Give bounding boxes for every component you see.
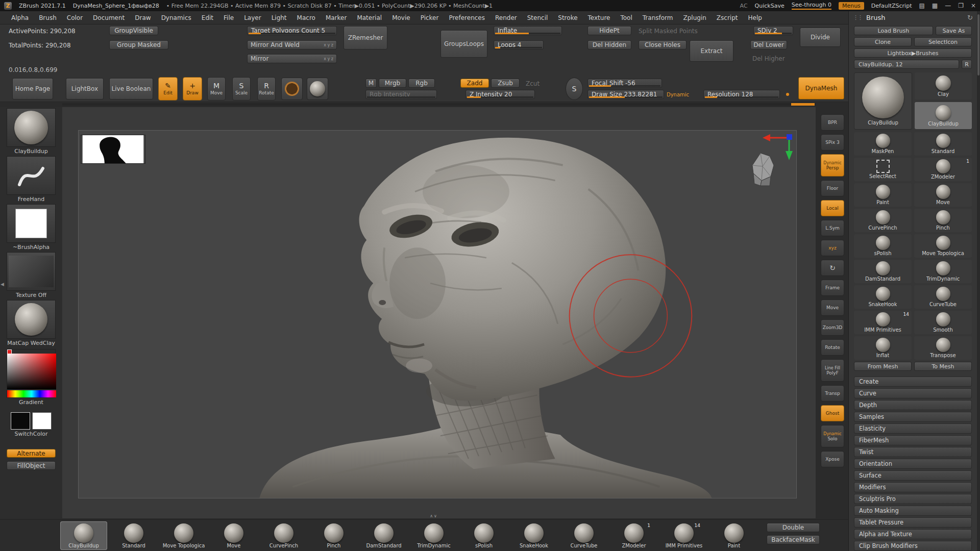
- menu-picker[interactable]: Picker: [415, 14, 444, 21]
- zremesher-button[interactable]: ZRemesher: [344, 26, 387, 49]
- menu-dynamics[interactable]: Dynamics: [156, 14, 197, 21]
- loops-slider[interactable]: Loops 4: [494, 40, 544, 49]
- menu-help[interactable]: Help: [743, 14, 767, 21]
- pan-move-button[interactable]: Move: [821, 299, 844, 316]
- polyframe-button[interactable]: Line Fill PolyF: [821, 359, 844, 382]
- brush-cell-transpose[interactable]: Transpose: [914, 336, 972, 360]
- rgb-intensity-slider[interactable]: Rgb Intensity: [365, 90, 437, 99]
- section-samples[interactable]: Samples: [854, 412, 972, 422]
- section-alpha-and-texture[interactable]: Alpha and Texture: [854, 529, 972, 539]
- brush-cell-selectrect[interactable]: SelectRect: [854, 158, 912, 181]
- rgb-mode-button[interactable]: Rgb: [408, 79, 435, 88]
- current-stroke-well[interactable]: FreeHand: [7, 156, 56, 203]
- zsub-button[interactable]: Zsub: [491, 79, 520, 88]
- bb-movetopological[interactable]: Move Topologica: [160, 521, 207, 550]
- section-auto-masking[interactable]: Auto Masking: [854, 506, 972, 516]
- mirror-button[interactable]: Mirrorx y z: [247, 54, 337, 63]
- menu-marker[interactable]: Marker: [321, 14, 352, 21]
- spix-slider[interactable]: SPix 3: [821, 134, 844, 151]
- bb-paint[interactable]: Paint: [710, 521, 757, 550]
- secondary-color-swatch[interactable]: [32, 412, 52, 430]
- zadd-button[interactable]: Zadd: [460, 79, 489, 88]
- hidept-button[interactable]: HidePt: [587, 26, 631, 35]
- del-lower-button[interactable]: Del Lower: [750, 40, 787, 49]
- from-mesh-button[interactable]: From Mesh: [854, 362, 912, 371]
- shelf-collapse-control[interactable]: ∧ ∨: [427, 512, 440, 519]
- menu-texture[interactable]: Texture: [583, 14, 616, 21]
- quicksave-button[interactable]: QuickSave: [755, 3, 785, 9]
- zcut-button[interactable]: Zcut: [526, 80, 540, 87]
- menu-transform[interactable]: Transform: [638, 14, 678, 21]
- brush-cell-standard[interactable]: Standard: [914, 132, 972, 156]
- document-thumbnail[interactable]: [81, 135, 145, 164]
- scale-mode-button[interactable]: S Scale: [232, 77, 251, 101]
- dynamic-draw-size-label[interactable]: Dynamic: [667, 92, 689, 97]
- section-modifiers[interactable]: Modifiers: [854, 482, 972, 492]
- brush-cell-spolish[interactable]: sPolish: [854, 234, 912, 258]
- draw-mode-button[interactable]: + Draw: [183, 77, 202, 101]
- canvas-area[interactable]: [62, 107, 816, 518]
- tray-scrollbar[interactable]: [977, 11, 980, 551]
- primary-color-swatch[interactable]: [11, 412, 30, 430]
- material-preview-button[interactable]: [307, 78, 328, 100]
- menu-tool[interactable]: Tool: [615, 14, 637, 21]
- section-curve[interactable]: Curve: [854, 388, 972, 398]
- live-boolean-button[interactable]: Live Boolean: [109, 78, 153, 99]
- stroke-type-button[interactable]: S: [566, 78, 583, 100]
- local-button[interactable]: Local: [821, 200, 844, 216]
- section-twist[interactable]: Twist: [854, 447, 972, 457]
- bb-pinch[interactable]: Pinch: [310, 521, 357, 550]
- ghost-button[interactable]: Ghost: [821, 405, 844, 421]
- brush-cell-claybuildup[interactable]: ClayBuildup: [915, 102, 972, 129]
- menu-material[interactable]: Material: [352, 14, 387, 21]
- brush-cell-inflat[interactable]: Inflat: [854, 336, 912, 360]
- minimize-icon[interactable]: —: [945, 2, 951, 9]
- bb-trimdynamic[interactable]: TrimDynamic: [410, 521, 457, 550]
- brush-cell-curvepinch[interactable]: CurvePinch: [854, 209, 912, 232]
- layout-panels-icon[interactable]: ▦: [932, 2, 938, 9]
- extract-button[interactable]: Extract: [690, 40, 733, 62]
- layout-grid-icon[interactable]: ▤: [919, 2, 924, 9]
- current-material-well[interactable]: MatCap WedClay: [7, 300, 56, 346]
- section-tablet-pressure[interactable]: Tablet Pressure: [854, 517, 972, 528]
- menu-preferences[interactable]: Preferences: [444, 14, 490, 21]
- section-create[interactable]: Create: [854, 377, 972, 387]
- current-brush-thumbnail[interactable]: ClayBuildup: [854, 72, 912, 130]
- brush-cell-paint[interactable]: Paint: [854, 183, 912, 207]
- mirror-weld-xyz[interactable]: x y z: [324, 43, 333, 47]
- menu-file[interactable]: File: [218, 14, 239, 21]
- groups-loops-button[interactable]: GroupsLoops: [440, 30, 487, 58]
- menu-layer[interactable]: Layer: [239, 14, 266, 21]
- xyz-button[interactable]: xyz: [821, 240, 844, 256]
- close-icon[interactable]: ×: [971, 2, 976, 9]
- menu-zscript[interactable]: Zscript: [712, 14, 743, 21]
- mirror-xyz[interactable]: x y z: [324, 57, 333, 61]
- home-page-button[interactable]: Home Page: [12, 78, 53, 99]
- color-picker[interactable]: Gradient: [7, 349, 56, 406]
- load-brush-button[interactable]: Load Brush: [854, 26, 933, 35]
- saturation-value-square[interactable]: [7, 354, 56, 389]
- brush-cell-pinch[interactable]: Pinch: [914, 209, 972, 232]
- perspective-button[interactable]: Dynamic Persp: [821, 154, 844, 177]
- menu-zplugin[interactable]: Zplugin: [678, 14, 712, 21]
- menu-light[interactable]: Light: [266, 14, 292, 21]
- group-visible-button[interactable]: GroupVisible: [109, 26, 158, 35]
- gradient-label[interactable]: Gradient: [19, 399, 43, 406]
- select-icon-button[interactable]: SelectIcon: [914, 37, 972, 46]
- section-depth[interactable]: Depth: [854, 400, 972, 410]
- menu-stroke[interactable]: Stroke: [553, 14, 582, 21]
- brush-cell-move[interactable]: Move: [914, 183, 972, 207]
- inflate-slider[interactable]: Inflate: [494, 26, 562, 35]
- bb-spolish[interactable]: sPolish: [460, 521, 507, 550]
- tray-scrollbar-handle[interactable]: [977, 14, 979, 76]
- section-elasticity[interactable]: Elasticity: [854, 423, 972, 434]
- backface-mask-button[interactable]: BackfaceMask: [767, 535, 820, 544]
- mirror-and-weld-button[interactable]: Mirror And Weldx y z: [247, 40, 337, 49]
- sdiv-slider[interactable]: SDiv 2: [753, 26, 793, 35]
- frame-button[interactable]: Frame: [821, 280, 844, 296]
- del-higher-button[interactable]: Del Higher: [752, 55, 785, 62]
- canvas-h-scrollbar[interactable]: [62, 103, 816, 106]
- focal-shift-slider[interactable]: Focal Shift -56: [587, 79, 662, 88]
- lsym-button[interactable]: L.Sym: [821, 220, 844, 236]
- menu-color[interactable]: Color: [62, 14, 88, 21]
